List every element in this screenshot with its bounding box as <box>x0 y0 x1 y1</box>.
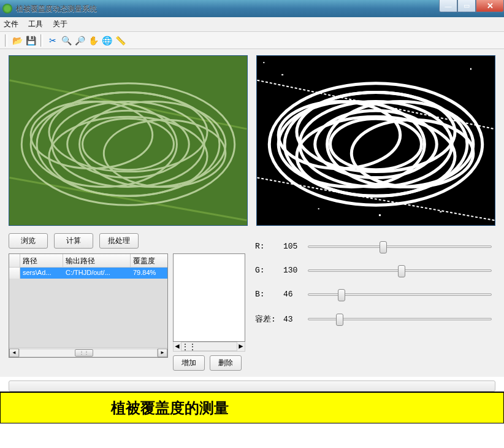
footer-caption: 植被覆盖度的测量 <box>111 398 229 418</box>
sliders-panel: R: 105 G: 130 B: 46 容差: 43 <box>255 233 492 371</box>
preview-column: ◄ ⋮⋮ ► 增加 删除 <box>173 253 245 371</box>
slider-b-label: B: <box>255 290 283 299</box>
table-header: 路径 输出路径 覆盖度 <box>9 254 167 268</box>
slider-thumb[interactable] <box>336 314 343 326</box>
zoom-out-icon[interactable]: 🔎 <box>75 36 85 45</box>
toolbar-separator <box>40 34 43 47</box>
content-area: 浏览 计算 批处理 路径 输出路径 覆盖度 sers\Ad... <box>0 49 504 377</box>
svg-rect-29 <box>281 74 283 75</box>
ruler-icon[interactable]: 📏 <box>115 36 125 45</box>
svg-rect-32 <box>318 208 319 209</box>
action-buttons: 浏览 计算 批处理 <box>9 233 246 249</box>
slider-tolerance: 容差: 43 <box>255 314 492 325</box>
scroll-track[interactable]: ⋮⋮ <box>19 349 158 357</box>
batch-button[interactable]: 批处理 <box>99 233 139 249</box>
window-title: 植被覆盖度动态测量系统 <box>16 4 97 14</box>
menu-about[interactable]: 关于 <box>53 19 67 29</box>
toolbar-separator <box>5 34 7 47</box>
scroll-right-icon[interactable]: ► <box>158 349 167 357</box>
slider-g-track[interactable] <box>308 269 492 272</box>
close-button[interactable]: ✕ <box>476 0 504 12</box>
slider-tol-track[interactable] <box>308 318 492 320</box>
slider-r: R: 105 <box>255 242 492 251</box>
svg-rect-14 <box>257 56 494 225</box>
results-table[interactable]: 路径 输出路径 覆盖度 sers\Ad... C:/THJD/out/... 7… <box>9 253 168 358</box>
browse-button[interactable]: 浏览 <box>9 233 48 249</box>
slider-r-value: 105 <box>283 242 303 251</box>
th-blank <box>9 254 20 267</box>
table-hscroll[interactable]: ◄ ⋮⋮ ► <box>9 347 167 357</box>
window-controls: — ▭ ✕ <box>439 0 504 12</box>
menu-tools[interactable]: 工具 <box>28 19 43 29</box>
scroll-left-icon[interactable]: ◄ <box>174 342 181 351</box>
binary-image-panel[interactable] <box>256 55 495 226</box>
th-coverage[interactable]: 覆盖度 <box>131 254 167 267</box>
slider-thumb[interactable] <box>380 241 387 253</box>
svg-rect-30 <box>470 68 472 70</box>
preview-hscroll[interactable]: ◄ ⋮⋮ ► <box>173 342 245 352</box>
slider-r-track[interactable] <box>308 245 492 248</box>
scroll-thumb[interactable]: ⋮⋮ <box>75 349 93 357</box>
footer-banner: 植被覆盖度的测量 <box>0 392 504 423</box>
left-column: 浏览 计算 批处理 路径 输出路径 覆盖度 sers\Ad... <box>9 233 246 371</box>
cell-path: sers\Ad... <box>20 268 63 279</box>
slider-g-value: 130 <box>283 266 303 275</box>
add-button[interactable]: 增加 <box>173 355 205 371</box>
globe-icon[interactable]: 🌐 <box>102 36 112 45</box>
compute-button[interactable]: 计算 <box>54 233 93 249</box>
scroll-right-icon[interactable]: ► <box>237 342 245 351</box>
slider-r-label: R: <box>255 242 283 251</box>
slider-tol-value: 43 <box>283 315 303 324</box>
cell-coverage: 79.84% <box>131 268 167 279</box>
row-handle <box>9 268 20 279</box>
titlebar: 植被覆盖度动态测量系统 — ▭ ✕ <box>0 0 504 17</box>
slider-g-label: G: <box>255 266 283 275</box>
th-path[interactable]: 路径 <box>20 254 63 267</box>
toolbar: 📂 💾 ✂ 🔍 🔎 ✋ 🌐 📏 <box>0 32 504 49</box>
app-icon <box>2 4 12 14</box>
source-image-panel[interactable] <box>9 55 248 226</box>
scroll-left-icon[interactable]: ◄ <box>9 349 19 357</box>
cell-outpath: C:/THJD/out/... <box>63 268 131 279</box>
open-folder-icon[interactable]: 📂 <box>12 36 22 45</box>
scissors-icon[interactable]: ✂ <box>48 36 58 45</box>
slider-g: G: 130 <box>255 266 492 275</box>
slider-thumb[interactable] <box>398 265 405 277</box>
table-preview-row: 路径 输出路径 覆盖度 sers\Ad... C:/THJD/out/... 7… <box>9 253 246 371</box>
delete-button[interactable]: 删除 <box>210 355 242 371</box>
scroll-track[interactable]: ⋮⋮ <box>181 342 237 351</box>
menubar: 文件 工具 关于 <box>0 17 504 32</box>
table-row[interactable]: sers\Ad... C:/THJD/out/... 79.84% <box>9 268 167 279</box>
preview-panel[interactable] <box>173 253 245 342</box>
svg-rect-33 <box>440 211 441 212</box>
maximize-button[interactable]: ▭ <box>457 0 476 12</box>
slider-b: B: 46 <box>255 290 492 299</box>
image-row <box>9 55 495 226</box>
slider-tol-label: 容差: <box>255 314 283 325</box>
th-outpath[interactable]: 输出路径 <box>63 254 131 267</box>
scroll-thumb[interactable]: ⋮⋮ <box>181 342 200 351</box>
controls-row: 浏览 计算 批处理 路径 输出路径 覆盖度 sers\Ad... <box>9 233 495 371</box>
table-body: sers\Ad... C:/THJD/out/... 79.84% <box>9 268 167 347</box>
svg-rect-31 <box>379 214 381 216</box>
svg-rect-28 <box>263 62 264 63</box>
hand-icon[interactable]: ✋ <box>88 36 98 45</box>
minimize-button[interactable]: — <box>439 0 457 12</box>
slider-b-value: 46 <box>283 290 303 299</box>
menu-file[interactable]: 文件 <box>4 19 18 29</box>
preview-buttons: 增加 删除 <box>173 355 245 371</box>
zoom-in-icon[interactable]: 🔍 <box>61 36 71 45</box>
slider-thumb[interactable] <box>338 289 345 301</box>
statusbar <box>9 380 495 392</box>
save-icon[interactable]: 💾 <box>26 36 36 45</box>
slider-b-track[interactable] <box>308 293 492 296</box>
